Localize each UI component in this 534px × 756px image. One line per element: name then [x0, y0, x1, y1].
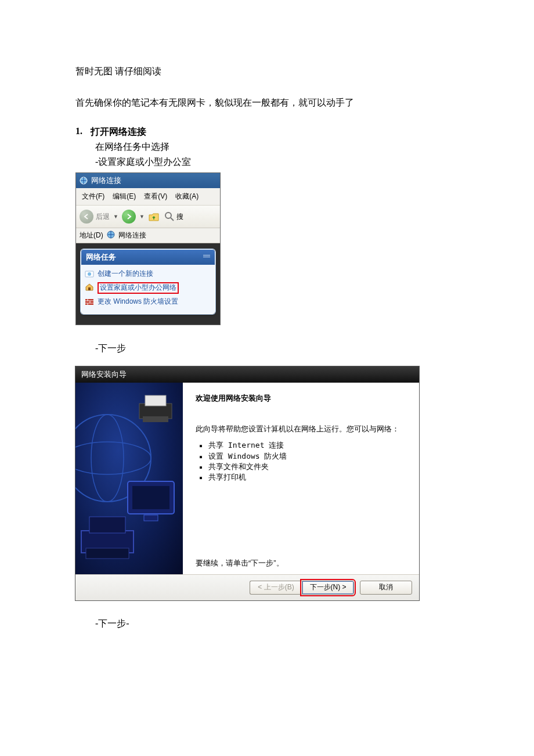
next-button[interactable]: 下一步(N) >	[302, 581, 354, 595]
list-item: 共享打印机	[199, 472, 406, 483]
forward-dropdown-icon[interactable]: ▼	[138, 214, 146, 219]
intro-paragraph: 首先确保你的笔记本有无限网卡，貌似现在一般都有，就可以动手了	[75, 95, 459, 110]
svg-point-5	[88, 272, 91, 276]
task-panel-body: 创建一个新的连接 设置家庭或小型办公网络 更改 Wi	[81, 265, 215, 314]
collapse-icon[interactable]	[203, 255, 210, 260]
wizard-footer: < 上一步(B) 下一步(N) > 取消	[75, 574, 419, 600]
wizard-feature-list: 共享 Internet 连接 设置 Windows 防火墙 共享文件和文件夹 共…	[196, 440, 406, 483]
svg-rect-13	[143, 416, 168, 422]
svg-rect-16	[144, 515, 158, 521]
network-connections-window: 网络连接 文件(F) 编辑(E) 查看(V) 收藏(A) 后退 ▼ ▼	[75, 172, 221, 325]
search-button[interactable]: 搜	[164, 211, 183, 222]
step-subline-1: 在网络任务中选择	[95, 139, 459, 154]
svg-rect-15	[132, 486, 169, 509]
back-label: 后退	[96, 212, 110, 222]
forward-button-icon[interactable]	[122, 210, 136, 224]
wizard-continue-text: 要继续，请单击“下一步”。	[196, 558, 406, 568]
network-tasks-panel: 网络任务 创建一个新的连接	[81, 249, 215, 314]
menu-view[interactable]: 查看(V)	[142, 190, 169, 203]
document-page: 暂时无图 请仔细阅读 首先确保你的笔记本有无限网卡，貌似现在一般都有，就可以动手…	[0, 0, 534, 688]
search-label: 搜	[176, 212, 183, 222]
task-item-setup-home-network[interactable]: 设置家庭或小型办公网络	[85, 282, 211, 294]
window-client-area: 网络任务 创建一个新的连接	[76, 243, 220, 325]
svg-point-10	[91, 415, 124, 502]
wizard-main: 欢迎使用网络安装向导 此向导将帮助您设置计算机以在网络上运行。您可以与网络： 共…	[183, 383, 419, 574]
window-title: 网络连接	[91, 175, 121, 186]
list-item: 设置 Windows 防火墙	[199, 451, 406, 462]
task-item-label: 更改 Windows 防火墙设置	[98, 297, 178, 307]
step-number: 1.	[75, 126, 82, 138]
address-bar: 地址(D) 网络连接	[76, 228, 220, 243]
list-item: 共享文件和文件夹	[199, 462, 406, 472]
next-step-text-1: -下一步	[95, 343, 459, 355]
new-connection-icon	[85, 269, 94, 279]
svg-rect-19	[86, 548, 129, 559]
svg-rect-12	[145, 395, 166, 406]
address-value: 网络连接	[118, 231, 146, 240]
next-step-text-2: -下一步-	[95, 618, 459, 630]
step-subline-2: -设置家庭或小型办公室	[95, 154, 459, 170]
wizard-nav-buttons: < 上一步(B) 下一步(N) >	[250, 581, 354, 595]
svg-point-9	[75, 442, 151, 474]
svg-point-1	[165, 213, 171, 218]
firewall-icon	[85, 297, 94, 307]
svg-rect-7	[85, 299, 93, 305]
svg-rect-6	[88, 287, 91, 290]
svg-line-2	[171, 218, 174, 221]
back-dropdown-icon[interactable]: ▼	[112, 214, 120, 219]
wizard-titlebar: 网络安装向导	[75, 366, 419, 383]
window-titlebar: 网络连接	[76, 173, 220, 188]
task-item-new-connection[interactable]: 创建一个新的连接	[85, 269, 211, 279]
back-button-icon[interactable]	[80, 210, 93, 224]
task-panel-title: 网络任务	[86, 252, 116, 262]
task-item-label: 设置家庭或小型办公网络	[98, 282, 179, 294]
address-label: 地址(D)	[80, 231, 103, 240]
network-icon	[80, 177, 88, 185]
task-panel-header[interactable]: 网络任务	[81, 250, 215, 265]
list-item: 共享 Internet 连接	[199, 440, 406, 451]
back-button[interactable]: < 上一步(B)	[250, 581, 302, 595]
wizard-description: 此向导将帮助您设置计算机以在网络上运行。您可以与网络：	[196, 423, 406, 435]
menu-bar: 文件(F) 编辑(E) 查看(V) 收藏(A)	[76, 188, 220, 206]
menu-edit[interactable]: 编辑(E)	[110, 190, 138, 203]
wizard-heading: 欢迎使用网络安装向导	[196, 393, 406, 404]
task-item-label: 创建一个新的连接	[98, 269, 153, 279]
wizard-body: 欢迎使用网络安装向导 此向导将帮助您设置计算机以在网络上运行。您可以与网络： 共…	[75, 383, 419, 574]
network-setup-wizard-window: 网络安装向导	[75, 366, 419, 600]
svg-rect-18	[89, 517, 125, 533]
task-item-firewall[interactable]: 更改 Windows 防火墙设置	[85, 297, 211, 307]
up-folder-icon[interactable]	[148, 211, 160, 222]
home-network-icon	[85, 282, 94, 291]
cancel-button[interactable]: 取消	[360, 581, 412, 595]
menu-favorites[interactable]: 收藏(A)	[173, 190, 201, 203]
heading-line: 暂时无图 请仔细阅读	[75, 64, 459, 79]
wizard-side-graphic	[75, 383, 183, 574]
address-icon	[107, 231, 115, 240]
step-1: 1. 打开网络连接 在网络任务中选择 -设置家庭或小型办公室 网络连接 文件(F…	[75, 126, 459, 325]
search-icon	[164, 211, 175, 222]
step-title: 打开网络连接	[91, 126, 146, 138]
menu-file[interactable]: 文件(F)	[80, 190, 107, 203]
toolbar: 后退 ▼ ▼ 搜	[76, 206, 220, 228]
